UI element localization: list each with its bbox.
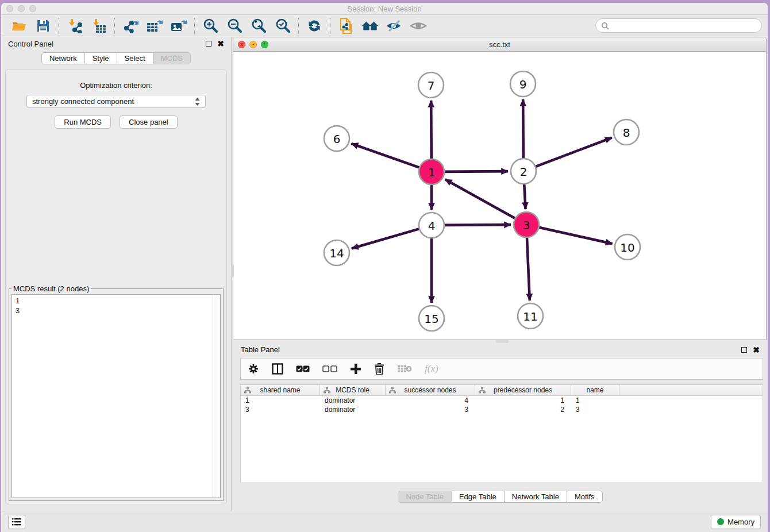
edge-1-6[interactable] — [351, 144, 421, 168]
table-cell[interactable]: 1 — [241, 396, 320, 405]
app-titlebar[interactable]: Session: New Session — [1, 3, 768, 15]
control-panel-title: Control Panel — [8, 40, 53, 48]
column-layout-icon[interactable] — [272, 363, 283, 375]
column-header-MCDS-role[interactable]: MCDS role — [320, 385, 386, 395]
hierarchy-icon — [389, 387, 396, 394]
edge-2-3[interactable] — [524, 183, 525, 209]
node-label-2: 2 — [520, 165, 528, 179]
tab-motifs[interactable]: Motifs — [567, 491, 603, 503]
zoom-selected-icon[interactable] — [274, 17, 291, 34]
table-cell[interactable]: dominator — [320, 396, 386, 405]
edge-1-2[interactable] — [443, 171, 508, 172]
mcds-result-title: MCDS result (2 nodes) — [11, 284, 91, 293]
node-label-7: 7 — [428, 79, 435, 92]
export-network-icon[interactable] — [122, 17, 139, 34]
memory-button[interactable]: Memory — [711, 515, 761, 529]
add-column-icon[interactable] — [350, 363, 361, 375]
delete-column-icon[interactable] — [374, 363, 384, 375]
close-table-panel-icon[interactable]: ✖ — [753, 347, 760, 353]
table-cell[interactable]: 3 — [571, 405, 619, 414]
task-history-button[interactable] — [8, 515, 25, 529]
mcds-result-textarea[interactable]: 13 — [11, 294, 221, 498]
tab-node-table[interactable]: Node Table — [398, 491, 452, 503]
select-stepper-icon — [195, 98, 200, 106]
open-file-icon[interactable] — [10, 17, 28, 34]
control-panel: Control Panel ✖ NetworkStyleSelectMCDS O… — [1, 37, 232, 511]
network-view-titlebar[interactable]: x - + scc.txt — [233, 37, 766, 52]
edge-3-1[interactable] — [445, 179, 517, 219]
search-input[interactable] — [612, 21, 756, 30]
status-bar: Memory — [1, 511, 768, 532]
column-header-shared-name[interactable]: shared name — [241, 385, 320, 395]
node-label-9: 9 — [519, 78, 527, 91]
edge-4-14[interactable] — [352, 229, 421, 249]
run-mcds-button[interactable]: Run MCDS — [55, 115, 111, 129]
float-panel-icon[interactable] — [206, 41, 211, 47]
memory-status-icon — [717, 518, 724, 525]
edge-3-11[interactable] — [527, 236, 530, 300]
zoom-in-icon[interactable] — [202, 17, 219, 34]
select-all-icon[interactable] — [296, 365, 310, 372]
edge-2-9[interactable] — [523, 99, 523, 160]
criterion-select[interactable]: strongly connected component — [26, 95, 206, 108]
table-cell[interactable]: 3 — [386, 405, 475, 414]
table-cell[interactable]: 3 — [241, 405, 320, 414]
zoom-fit-icon[interactable] — [250, 17, 267, 34]
network-canvas[interactable]: 7968124314101511 — [233, 52, 766, 340]
export-image-icon[interactable] — [170, 17, 187, 34]
float-table-panel-icon[interactable] — [741, 347, 747, 353]
clone-network-icon[interactable] — [337, 17, 355, 34]
table-cell[interactable]: 4 — [386, 396, 475, 405]
node-label-4: 4 — [428, 219, 436, 233]
edge-3-10[interactable] — [538, 227, 613, 244]
node-label-8: 8 — [623, 126, 630, 140]
edge-1-7[interactable] — [431, 101, 432, 160]
toolbar-separator — [114, 18, 115, 34]
gear-icon[interactable] — [248, 363, 259, 375]
close-panel-button[interactable]: Close panel — [120, 115, 178, 129]
result-line: 1 — [16, 296, 217, 306]
hierarchy-icon — [324, 387, 330, 394]
toolbar-separator — [330, 18, 330, 34]
node-label-6: 6 — [333, 132, 341, 146]
table-cell[interactable]: 1 — [475, 396, 571, 405]
split-divider-grip[interactable] — [496, 340, 509, 343]
column-header-predecessor-nodes[interactable]: predecessor nodes — [475, 385, 571, 395]
tab-network-table[interactable]: Network Table — [505, 491, 567, 503]
tab-select[interactable]: Select — [117, 52, 153, 64]
app-title: Session: New Session — [1, 5, 768, 13]
node-label-3: 3 — [523, 218, 530, 232]
node-label-15: 15 — [424, 312, 438, 326]
mcds-result-group: MCDS result (2 nodes) 13 — [9, 284, 224, 501]
import-table-icon[interactable] — [90, 17, 107, 34]
split-divider-grip[interactable] — [231, 264, 234, 277]
tab-mcds[interactable]: MCDS — [153, 52, 191, 64]
result-scrollbar[interactable] — [213, 295, 220, 498]
tab-network[interactable]: Network — [41, 52, 85, 64]
deselect-all-icon[interactable] — [322, 365, 337, 372]
table-cell[interactable]: 2 — [475, 405, 571, 414]
zoom-out-icon[interactable] — [226, 17, 243, 34]
table-cell[interactable]: dominator — [320, 405, 386, 414]
table-cell[interactable]: 1 — [571, 396, 619, 405]
edge-4-3[interactable] — [443, 225, 511, 225]
column-header-successor-nodes[interactable]: successor nodes — [386, 385, 475, 395]
import-network-icon[interactable] — [66, 17, 83, 34]
close-panel-icon[interactable]: ✖ — [217, 41, 224, 47]
home-icon[interactable] — [361, 17, 379, 34]
save-session-icon[interactable] — [34, 17, 52, 34]
show-all-icon[interactable] — [410, 17, 427, 34]
hide-selected-icon[interactable] — [386, 17, 403, 34]
search-field[interactable] — [595, 18, 762, 33]
memory-label: Memory — [727, 518, 754, 526]
hierarchy-icon — [479, 387, 486, 394]
tab-style[interactable]: Style — [85, 52, 117, 64]
tab-edge-table[interactable]: Edge Table — [452, 491, 505, 503]
export-table-icon[interactable] — [146, 17, 163, 34]
column-header-name[interactable]: name — [571, 385, 619, 395]
toolbar-separator — [59, 18, 59, 34]
node-label-1: 1 — [428, 165, 436, 179]
optimization-criterion-label: Optimization criterion: — [6, 81, 226, 90]
refresh-icon[interactable] — [306, 17, 323, 34]
edge-2-8[interactable] — [534, 138, 612, 167]
